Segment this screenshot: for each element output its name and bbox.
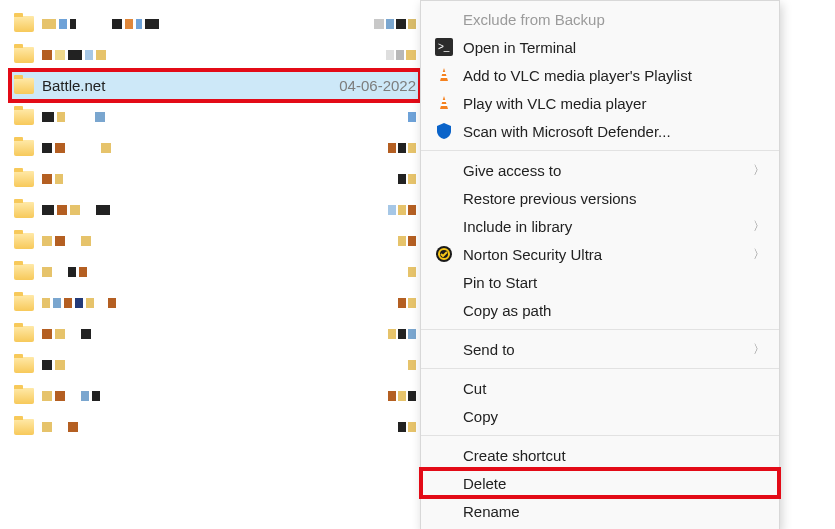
menu-cut[interactable]: Cut xyxy=(421,374,779,402)
vlc-icon xyxy=(433,64,455,86)
blurred-name xyxy=(42,174,63,184)
blurred-date xyxy=(398,174,416,184)
vlc-icon xyxy=(433,92,455,114)
menu-norton[interactable]: Norton Security Ultra 〉 xyxy=(421,240,779,268)
file-row[interactable] xyxy=(10,163,420,194)
menu-copy[interactable]: Copy xyxy=(421,402,779,430)
blurred-name xyxy=(42,205,110,215)
menu-label: Rename xyxy=(463,503,520,520)
menu-create-shortcut[interactable]: Create shortcut xyxy=(421,441,779,469)
file-row[interactable] xyxy=(10,380,420,411)
menu-play-vlc[interactable]: Play with VLC media player xyxy=(421,89,779,117)
folder-icon xyxy=(14,357,34,373)
menu-separator xyxy=(421,329,779,330)
menu-label: Open in Terminal xyxy=(463,39,576,56)
blurred-date xyxy=(408,112,416,122)
chevron-right-icon: 〉 xyxy=(753,246,765,263)
blurred-date xyxy=(388,391,416,401)
defender-icon xyxy=(433,120,455,142)
file-row[interactable] xyxy=(10,8,420,39)
menu-give-access[interactable]: Give access to 〉 xyxy=(421,156,779,184)
context-menu: Exclude from Backup >_ Open in Terminal … xyxy=(420,0,780,529)
file-row[interactable] xyxy=(10,318,420,349)
svg-marker-2 xyxy=(440,68,448,81)
folder-icon xyxy=(14,388,34,404)
blurred-date xyxy=(408,267,416,277)
norton-icon xyxy=(433,243,455,265)
menu-restore-versions[interactable]: Restore previous versions xyxy=(421,184,779,212)
menu-label: Copy xyxy=(463,408,498,425)
blurred-date xyxy=(388,329,416,339)
menu-label: Create shortcut xyxy=(463,447,566,464)
file-row[interactable] xyxy=(10,287,420,318)
menu-label: Add to VLC media player's Playlist xyxy=(463,67,692,84)
menu-copy-path[interactable]: Copy as path xyxy=(421,296,779,324)
file-row[interactable] xyxy=(10,225,420,256)
file-name: Battle.net xyxy=(42,77,105,94)
menu-scan-defender[interactable]: Scan with Microsoft Defender... xyxy=(421,117,779,145)
menu-open-terminal[interactable]: >_ Open in Terminal xyxy=(421,33,779,61)
folder-icon xyxy=(14,419,34,435)
folder-icon xyxy=(14,264,34,280)
menu-label: Cut xyxy=(463,380,486,397)
blurred-date xyxy=(408,360,416,370)
menu-send-to[interactable]: Send to 〉 xyxy=(421,335,779,363)
file-date: 04-06-2022 xyxy=(339,77,416,94)
blurred-name xyxy=(42,236,91,246)
menu-separator xyxy=(421,368,779,369)
menu-label: Copy as path xyxy=(463,302,551,319)
file-row[interactable] xyxy=(10,132,420,163)
folder-icon xyxy=(14,233,34,249)
blurred-date xyxy=(398,236,416,246)
chevron-right-icon: 〉 xyxy=(753,341,765,358)
blurred-name xyxy=(42,391,100,401)
blurred-name xyxy=(42,143,111,153)
blurred-date xyxy=(398,298,416,308)
folder-icon xyxy=(14,202,34,218)
blurred-date xyxy=(388,143,416,153)
menu-label: Give access to xyxy=(463,162,561,179)
menu-label: Exclude from Backup xyxy=(463,11,605,28)
svg-rect-6 xyxy=(442,100,446,102)
file-row[interactable] xyxy=(10,256,420,287)
chevron-right-icon: 〉 xyxy=(753,162,765,179)
file-row-selected[interactable]: Battle.net 04-06-2022 xyxy=(10,70,420,101)
svg-rect-7 xyxy=(441,104,447,106)
blurred-date xyxy=(388,205,416,215)
blurred-name xyxy=(42,329,91,339)
file-row[interactable] xyxy=(10,194,420,225)
folder-icon xyxy=(14,109,34,125)
blurred-name xyxy=(42,360,65,370)
menu-label: Delete xyxy=(463,475,506,492)
svg-rect-4 xyxy=(441,76,447,78)
menu-pin-start[interactable]: Pin to Start xyxy=(421,268,779,296)
svg-rect-3 xyxy=(442,72,446,74)
folder-icon xyxy=(14,295,34,311)
blurred-name xyxy=(42,50,106,60)
menu-add-vlc[interactable]: Add to VLC media player's Playlist xyxy=(421,61,779,89)
menu-label: Scan with Microsoft Defender... xyxy=(463,123,671,140)
menu-include-library[interactable]: Include in library 〉 xyxy=(421,212,779,240)
blurred-date xyxy=(398,422,416,432)
menu-label: Pin to Start xyxy=(463,274,537,291)
blurred-date xyxy=(386,50,416,60)
folder-icon xyxy=(14,78,34,94)
blurred-name xyxy=(42,112,105,122)
menu-exclude-backup: Exclude from Backup xyxy=(421,5,779,33)
menu-rename[interactable]: Rename xyxy=(421,497,779,525)
folder-icon xyxy=(14,326,34,342)
terminal-icon: >_ xyxy=(433,36,455,58)
menu-delete[interactable]: Delete xyxy=(421,469,779,497)
file-row[interactable] xyxy=(10,39,420,70)
file-list: Battle.net 04-06-2022 xyxy=(10,8,420,442)
menu-separator xyxy=(421,150,779,151)
menu-label: Include in library xyxy=(463,218,572,235)
blurred-name xyxy=(42,19,159,29)
folder-icon xyxy=(14,171,34,187)
blurred-name xyxy=(42,298,116,308)
file-row[interactable] xyxy=(10,349,420,380)
file-row[interactable] xyxy=(10,411,420,442)
blurred-name xyxy=(42,422,78,432)
svg-marker-5 xyxy=(440,96,448,109)
file-row[interactable] xyxy=(10,101,420,132)
